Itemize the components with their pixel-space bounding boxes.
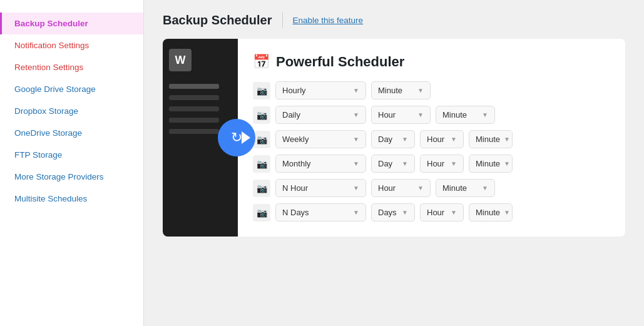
daily-main-select[interactable]: Daily ▼ — [275, 106, 366, 124]
chevron-down-icon: ▼ — [402, 136, 408, 143]
sidebar-item-multisite-schedules[interactable]: Multisite Schedules — [0, 188, 143, 210]
daily-minute-select[interactable]: Minute ▼ — [436, 106, 495, 124]
dark-menu-line-5 — [169, 129, 219, 134]
scheduler-title-row: 📅 Powerful Scheduler — [253, 54, 610, 70]
sidebar-item-retention-settings[interactable]: Retention Settings — [0, 56, 143, 78]
chevron-down-icon: ▼ — [482, 185, 488, 191]
sidebar: Backup Scheduler Notification Settings R… — [0, 0, 144, 326]
monthly-hour-select[interactable]: Hour ▼ — [420, 155, 464, 173]
hourly-main-select[interactable]: Hourly ▼ — [275, 81, 366, 99]
weekly-hour-select[interactable]: Hour ▼ — [420, 130, 464, 148]
weekly-row-icon: 📷 — [253, 131, 270, 148]
ndays-row-icon: 📷 — [253, 204, 270, 222]
chevron-down-icon: ▼ — [417, 87, 424, 94]
chevron-down-icon: ▼ — [353, 136, 359, 143]
hourly-row-icon: 📷 — [253, 82, 270, 99]
chevron-down-icon: ▼ — [451, 209, 457, 216]
chevron-down-icon: ▼ — [353, 185, 359, 191]
daily-row-icon: 📷 — [253, 106, 270, 124]
weekly-main-select[interactable]: Weekly ▼ — [275, 130, 366, 148]
chevron-down-icon: ▼ — [402, 209, 408, 216]
chevron-down-icon: ▼ — [417, 111, 424, 118]
chevron-down-icon: ▼ — [504, 160, 510, 167]
nhour-hour-select[interactable]: Hour ▼ — [371, 179, 431, 197]
chevron-down-icon: ▼ — [417, 185, 424, 191]
daily-row: 📷 Daily ▼ Hour ▼ Minute ▼ — [253, 106, 610, 124]
ndays-hour-select[interactable]: Hour ▼ — [420, 203, 464, 222]
sidebar-item-notification-settings[interactable]: Notification Settings — [0, 34, 143, 56]
chevron-down-icon: ▼ — [353, 87, 359, 94]
scheduler-card: 📅 Powerful Scheduler 📷 Hourly ▼ Minute ▼… — [238, 39, 625, 237]
ndays-days-select[interactable]: Days ▼ — [371, 203, 415, 222]
wp-logo: W — [169, 49, 192, 71]
chevron-down-icon: ▼ — [402, 160, 408, 167]
ndays-row: 📷 N Days ▼ Days ▼ Hour ▼ Minute ▼ — [253, 203, 610, 222]
monthly-main-select[interactable]: Monthly ▼ — [275, 155, 366, 173]
chevron-down-icon: ▼ — [504, 136, 510, 143]
refresh-icon: ↻ — [231, 130, 242, 146]
page-title: Backup Scheduler — [163, 13, 272, 28]
chevron-down-icon: ▼ — [451, 136, 457, 143]
monthly-minute-select[interactable]: Minute ▼ — [469, 155, 513, 173]
enable-feature-link[interactable]: Enable this feature — [293, 16, 364, 25]
dark-menu-line-1 — [169, 84, 219, 89]
header-divider — [282, 13, 283, 28]
hourly-minute-select[interactable]: Minute ▼ — [371, 81, 431, 99]
weekly-row: 📷 Weekly ▼ Day ▼ Hour ▼ Minute ▼ — [253, 130, 610, 148]
chevron-down-icon: ▼ — [504, 209, 510, 216]
main-content: Backup Scheduler Enable this feature W ↻… — [144, 0, 644, 326]
daily-hour-select[interactable]: Hour ▼ — [371, 106, 431, 124]
weekly-minute-select[interactable]: Minute ▼ — [469, 130, 513, 148]
chevron-down-icon: ▼ — [482, 111, 488, 118]
sidebar-item-dropbox-storage[interactable]: Dropbox Storage — [0, 100, 143, 122]
chevron-down-icon: ▼ — [353, 111, 359, 118]
chevron-down-icon: ▼ — [353, 160, 359, 167]
card-container: W ↻ 📅 Powerful Scheduler 📷 Hourly ▼ — [163, 39, 625, 237]
ndays-minute-select[interactable]: Minute ▼ — [469, 203, 513, 222]
toggle-button[interactable]: ↻ — [218, 119, 255, 156]
weekly-day-select[interactable]: Day ▼ — [371, 130, 415, 148]
monthly-day-select[interactable]: Day ▼ — [371, 155, 415, 173]
sidebar-item-google-drive-storage[interactable]: Google Drive Storage — [0, 78, 143, 100]
nhour-row: 📷 N Hour ▼ Hour ▼ Minute ▼ — [253, 179, 610, 197]
scheduler-title-text: Powerful Scheduler — [276, 54, 404, 70]
sidebar-item-more-storage-providers[interactable]: More Storage Providers — [0, 166, 143, 188]
sidebar-item-ftp-storage[interactable]: FTP Storage — [0, 144, 143, 166]
nhour-minute-select[interactable]: Minute ▼ — [436, 179, 495, 197]
dark-menu-line-3 — [169, 106, 219, 111]
page-header: Backup Scheduler Enable this feature — [163, 13, 625, 28]
nhour-row-icon: 📷 — [253, 180, 270, 197]
dark-menu-line-2 — [169, 95, 219, 100]
monthly-row-icon: 📷 — [253, 155, 270, 173]
chevron-down-icon: ▼ — [353, 209, 359, 216]
sidebar-item-onedrive-storage[interactable]: OneDrive Storage — [0, 122, 143, 144]
scheduler-calendar-icon: 📅 — [253, 54, 270, 70]
dark-menu-line-4 — [169, 118, 219, 123]
sidebar-item-backup-scheduler[interactable]: Backup Scheduler — [0, 13, 143, 34]
ndays-main-select[interactable]: N Days ▼ — [275, 203, 366, 222]
monthly-row: 📷 Monthly ▼ Day ▼ Hour ▼ Minute ▼ — [253, 155, 610, 173]
nhour-main-select[interactable]: N Hour ▼ — [275, 179, 366, 197]
hourly-row: 📷 Hourly ▼ Minute ▼ — [253, 81, 610, 99]
chevron-down-icon: ▼ — [451, 160, 457, 167]
